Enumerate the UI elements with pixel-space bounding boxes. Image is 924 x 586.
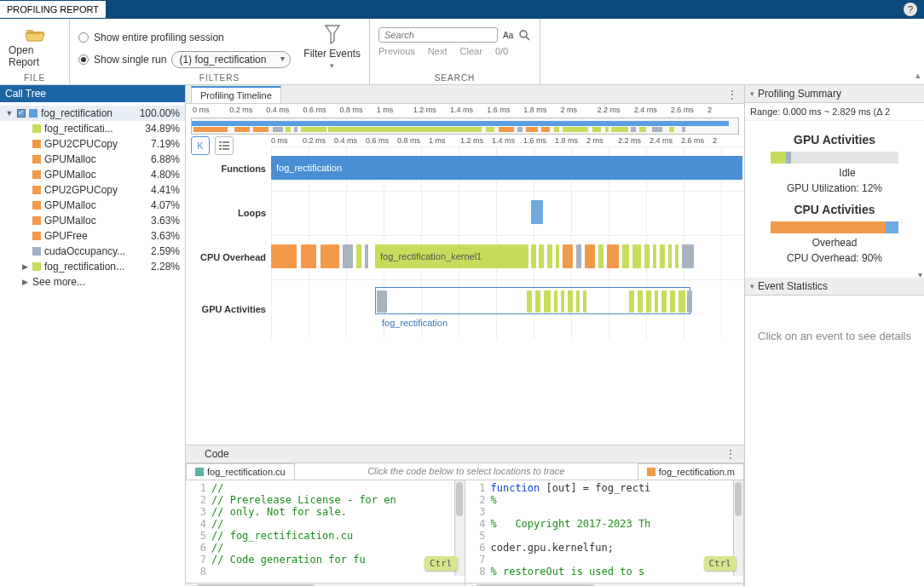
call-tree[interactable]: ▼fog_rectification100.00%fog_rectificati… <box>0 102 185 586</box>
gpu-block[interactable] <box>670 290 675 313</box>
code-line[interactable]: 4// <box>186 518 465 530</box>
cpu-block[interactable] <box>563 244 573 268</box>
gpu-block[interactable] <box>638 290 643 313</box>
code-menu-button[interactable]: ⋮ <box>725 448 737 460</box>
cpu-block[interactable] <box>644 244 650 268</box>
cpu-block[interactable] <box>585 244 595 268</box>
gpu-block[interactable] <box>544 290 551 313</box>
lane-loops[interactable] <box>271 191 744 235</box>
tree-row[interactable]: GPU2CPUCopy7.19% <box>0 136 185 152</box>
ribbon-collapse-button[interactable]: ▴ <box>915 70 921 81</box>
cpu-block[interactable] <box>607 244 619 268</box>
checkbox[interactable] <box>17 109 26 118</box>
cpu-block[interactable] <box>668 244 672 268</box>
code-tab-cu[interactable]: fog_rectification.cu <box>186 463 295 480</box>
code-line[interactable]: 2% <box>465 494 744 506</box>
code-line[interactable]: 3// only. Not for sale. <box>186 506 465 518</box>
view-toggle-list-button[interactable] <box>215 136 234 155</box>
code-line[interactable]: 7// Code generation for fu <box>186 554 465 566</box>
match-case-toggle[interactable]: Aa <box>503 31 513 40</box>
gpu-block[interactable] <box>661 290 667 313</box>
tree-row[interactable]: GPUMalloc4.07% <box>0 198 185 213</box>
code-line[interactable]: 2// Prerelease License - for en <box>186 494 465 506</box>
timeline-menu-button[interactable]: ⋮ <box>727 89 739 101</box>
gpu-block[interactable] <box>554 290 557 313</box>
tree-row[interactable]: CPU2GPUCopy4.41% <box>0 182 185 198</box>
gpu-block[interactable] <box>576 290 580 313</box>
lane-functions[interactable]: fog_rectification <box>271 146 744 191</box>
tree-row[interactable]: fog_rectificati...34.89% <box>0 121 185 136</box>
gpu-block[interactable] <box>535 290 540 313</box>
cpu-block[interactable] <box>653 244 656 268</box>
tree-row[interactable]: ▶fog_rectification...2.28% <box>0 259 185 274</box>
code-line[interactable]: 4% Copyright 2017-2023 Th <box>465 518 744 530</box>
code-line[interactable]: 5// fog_rectification.cu <box>186 530 465 542</box>
filter-events-button[interactable]: Filter Events ▾ <box>303 24 361 70</box>
tree-row[interactable]: ▶See more... <box>0 274 185 290</box>
tree-row[interactable]: GPUMalloc6.88% <box>0 152 185 167</box>
cpu-block[interactable] <box>321 244 339 268</box>
tree-row[interactable]: GPUMalloc4.80% <box>0 167 185 182</box>
search-icon[interactable] <box>518 29 530 41</box>
search-prev[interactable]: Previous <box>378 46 415 56</box>
code-line[interactable]: 1// <box>186 482 465 494</box>
code-line[interactable]: 6// <box>186 542 465 554</box>
cpu-block[interactable] <box>632 244 641 268</box>
cpu-block[interactable] <box>547 244 552 268</box>
cpu-block[interactable]: fog_rectification_kernel1 <box>375 244 528 268</box>
search-input[interactable] <box>378 27 498 43</box>
cpu-block[interactable] <box>539 244 544 268</box>
cpu-block[interactable] <box>301 244 316 268</box>
gpu-block[interactable] <box>377 290 387 313</box>
cpu-block[interactable] <box>271 244 297 268</box>
tree-row[interactable]: ▼fog_rectification100.00% <box>0 106 185 121</box>
lane-gpu[interactable]: fog_rectification <box>271 279 744 339</box>
gpu-block[interactable] <box>655 290 658 313</box>
help-button[interactable]: ? <box>904 3 917 16</box>
radio-single-run[interactable] <box>78 55 89 65</box>
twisty-icon[interactable]: ▼ <box>5 109 14 118</box>
tree-row[interactable]: GPUFree3.63% <box>0 228 185 244</box>
tree-row[interactable]: GPUMalloc3.63% <box>0 213 185 228</box>
code-line[interactable]: 6coder.gpu.kernelfun; <box>465 542 744 554</box>
scrollbar-h[interactable]: ◂ ▸ <box>186 583 465 586</box>
run-select[interactable]: (1) fog_rectification <box>171 51 291 68</box>
code-line[interactable]: 3 <box>465 506 744 518</box>
timeline-minimap[interactable] <box>191 118 739 135</box>
func-block[interactable]: fog_rectification <box>271 156 742 180</box>
gpu-block[interactable] <box>687 290 692 313</box>
profiling-summary-header[interactable]: ▾ Profiling Summary <box>745 85 924 103</box>
view-toggle-k-button[interactable]: K <box>191 136 210 155</box>
gpu-block[interactable] <box>527 290 532 313</box>
code-pane-left[interactable]: 1//2// Prerelease License - for en3// on… <box>186 480 465 586</box>
cpu-block[interactable] <box>576 244 581 268</box>
code-line[interactable]: 5 <box>465 530 744 542</box>
twisty-icon[interactable]: ▶ <box>20 262 29 271</box>
open-report-button[interactable]: Open Report <box>9 22 61 68</box>
cpu-block[interactable] <box>556 244 559 268</box>
search-clear[interactable]: Clear <box>460 46 482 56</box>
code-tab-m[interactable]: fog_rectification.m <box>638 463 744 480</box>
gpu-block[interactable] <box>583 290 586 313</box>
gpu-block[interactable] <box>561 290 564 313</box>
lane-cpu-overhead[interactable]: fog_rectification_kernel1 <box>271 235 744 279</box>
cpu-block[interactable] <box>682 244 694 268</box>
gpu-block[interactable] <box>568 290 573 313</box>
event-statistics-header[interactable]: ▾ Event Statistics <box>745 278 924 296</box>
gpu-block[interactable] <box>646 290 651 313</box>
code-line[interactable]: 8 <box>186 566 465 577</box>
timeline-lanes[interactable]: fog_rectification fog_rectification_kern… <box>271 146 744 339</box>
cpu-block[interactable] <box>343 244 353 268</box>
code-line[interactable]: 1function [out] = fog_recti <box>465 482 744 494</box>
code-line[interactable]: 8% restoreOut is used to s <box>465 566 744 577</box>
cpu-block[interactable] <box>365 244 368 268</box>
tab-profiling-timeline[interactable]: Profiling Timeline <box>191 86 281 103</box>
loop-block[interactable] <box>531 200 543 224</box>
tree-row[interactable]: cudaOccupancy...2.59% <box>0 244 185 259</box>
cpu-block[interactable] <box>675 244 679 268</box>
radio-entire-session[interactable] <box>78 32 89 43</box>
scrollbar-h[interactable]: ◂ ▸ <box>465 583 744 586</box>
summary-collapse-button[interactable]: ▾ <box>918 270 922 279</box>
code-pane-right[interactable]: 1function [out] = fog_recti2%34% Copyrig… <box>465 480 745 586</box>
gpu-block[interactable] <box>679 290 685 313</box>
